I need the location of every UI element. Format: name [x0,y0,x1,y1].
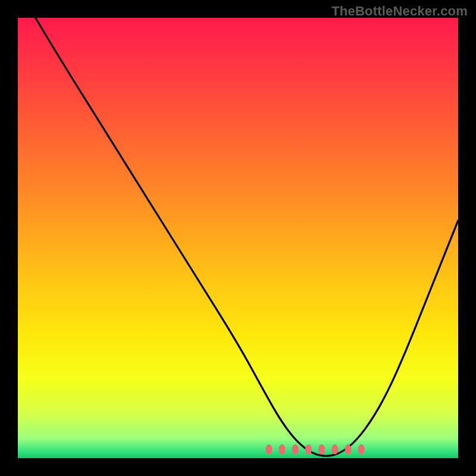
bottleneck-chart [0,0,476,476]
marker-dot [305,444,312,455]
marker-dot [279,444,286,455]
watermark-text: TheBottleNecker.com [331,4,468,19]
marker-dot [292,444,299,455]
marker-dot [358,444,365,455]
marker-dot [265,444,272,455]
gradient-background [18,18,458,458]
marker-dot [331,444,338,455]
chart-container: TheBottleNecker.com [0,0,476,476]
marker-dot [345,444,352,455]
marker-dot [318,444,325,455]
